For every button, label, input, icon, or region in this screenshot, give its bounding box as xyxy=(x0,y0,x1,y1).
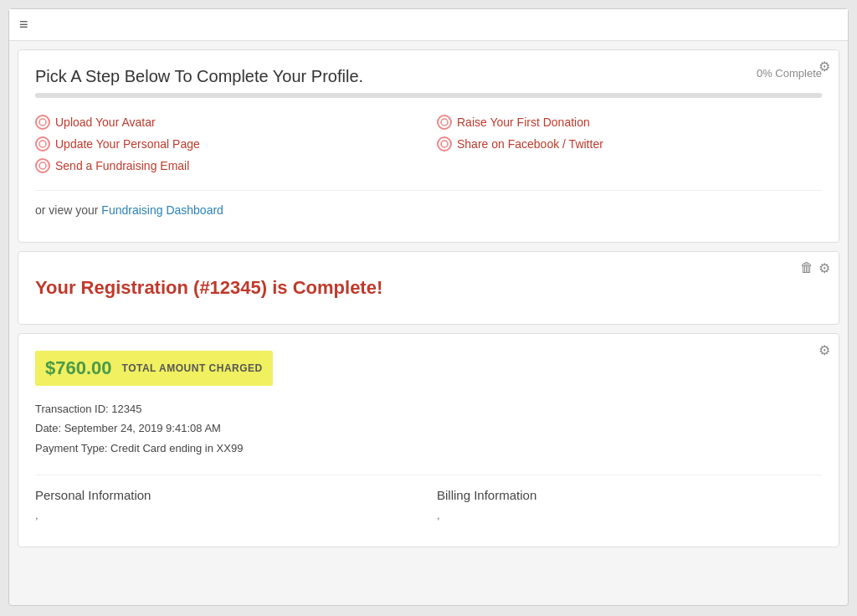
amount-label: TOTAL AMOUNT CHARGED xyxy=(122,362,263,374)
payment-divider xyxy=(35,475,822,475)
registration-title: Your Registration (#12345) is Complete! xyxy=(35,277,822,299)
step-link-share-social[interactable]: Share on Facebook / Twitter xyxy=(457,137,603,151)
check-circle-icon-donation xyxy=(440,118,449,126)
step-circle-email xyxy=(35,158,50,173)
date-row: Date: September 24, 2019 9:41:08 AM xyxy=(35,418,822,438)
top-bar: ≡ xyxy=(9,9,848,41)
svg-point-3 xyxy=(441,119,448,126)
steps-right-column: Raise Your First Donation Share on Faceb… xyxy=(437,115,822,173)
payment-type-label: Payment Type: xyxy=(35,442,107,454)
payment-type-row: Payment Type: Credit Card ending in XX99 xyxy=(35,439,822,458)
check-circle-icon-page xyxy=(38,140,47,148)
content-area: ⚙ Pick A Step Below To Complete Your Pro… xyxy=(9,41,848,556)
step-circle-avatar xyxy=(35,115,50,130)
progress-bar-background xyxy=(35,93,822,98)
personal-info-title: Personal Information xyxy=(35,488,420,502)
check-circle-icon-avatar xyxy=(38,118,47,126)
amount-value: $760.00 xyxy=(45,357,112,379)
step-item-personal-page: Update Your Personal Page xyxy=(35,136,420,151)
step-circle-social xyxy=(437,136,452,151)
card-divider xyxy=(35,190,822,191)
payment-gear-icon[interactable]: ⚙ xyxy=(819,342,830,358)
fundraising-dashboard-link[interactable]: Fundraising Dashboard xyxy=(101,203,223,217)
svg-point-2 xyxy=(39,162,46,169)
page-wrapper: ≡ ⚙ Pick A Step Below To Complete Your P… xyxy=(8,8,849,606)
step-link-personal-page[interactable]: Update Your Personal Page xyxy=(55,137,200,151)
view-dashboard-prefix: or view your xyxy=(35,203,101,217)
registration-trash-icon[interactable]: 🗑 xyxy=(800,260,813,275)
step-item-avatar: Upload Your Avatar xyxy=(35,115,420,130)
svg-point-0 xyxy=(39,119,46,126)
step-item-fundraising-email: Send a Fundraising Email xyxy=(35,158,420,173)
step-link-first-donation[interactable]: Raise Your First Donation xyxy=(457,116,590,129)
svg-point-1 xyxy=(39,141,46,147)
profile-gear-icon[interactable]: ⚙ xyxy=(819,59,830,74)
transaction-id-value: 12345 xyxy=(111,403,141,415)
step-item-share-social: Share on Facebook / Twitter xyxy=(437,136,822,151)
payment-card: ⚙ $760.00 TOTAL AMOUNT CHARGED Transacti… xyxy=(18,333,839,547)
complete-percent: 0% Complete xyxy=(757,67,822,80)
transaction-id-label: Transaction ID: xyxy=(35,403,109,415)
registration-card: 🗑 ⚙ Your Registration (#12345) is Comple… xyxy=(18,251,839,325)
step-item-first-donation: Raise Your First Donation xyxy=(437,115,822,130)
view-dashboard-text: or view your Fundraising Dashboard xyxy=(35,203,822,217)
steps-left-column: Upload Your Avatar Update Your Personal … xyxy=(35,115,420,173)
steps-grid: Upload Your Avatar Update Your Personal … xyxy=(35,115,822,173)
payment-type-value: Credit Card ending in XX99 xyxy=(110,442,243,454)
step-link-fundraising-email[interactable]: Send a Fundraising Email xyxy=(55,159,189,172)
registration-gear-icon[interactable]: ⚙ xyxy=(819,260,830,276)
profile-completion-card: ⚙ Pick A Step Below To Complete Your Pro… xyxy=(18,49,839,243)
check-circle-icon-email xyxy=(38,162,47,170)
billing-info-title: Billing Information xyxy=(437,488,822,502)
profile-card-title: Pick A Step Below To Complete Your Profi… xyxy=(35,67,363,86)
svg-point-4 xyxy=(441,141,448,147)
transaction-info: Transaction ID: 12345 Date: September 24… xyxy=(35,399,822,458)
step-circle-donation xyxy=(437,115,452,130)
date-label: Date: xyxy=(35,422,61,434)
amount-badge: $760.00 TOTAL AMOUNT CHARGED xyxy=(35,351,273,386)
transaction-id-row: Transaction ID: 12345 xyxy=(35,399,822,418)
step-link-avatar[interactable]: Upload Your Avatar xyxy=(55,116,156,129)
profile-header: Pick A Step Below To Complete Your Profi… xyxy=(35,67,822,86)
billing-info-section: Billing Information , xyxy=(437,488,822,521)
info-sections: Personal Information , Billing Informati… xyxy=(35,488,822,521)
billing-info-content: , xyxy=(437,509,822,521)
personal-info-section: Personal Information , xyxy=(35,488,420,521)
date-value: September 24, 2019 9:41:08 AM xyxy=(64,422,221,434)
step-circle-personal-page xyxy=(35,136,50,151)
hamburger-icon[interactable]: ≡ xyxy=(19,16,28,33)
check-circle-icon-social xyxy=(440,140,449,148)
personal-info-content: , xyxy=(35,509,420,521)
